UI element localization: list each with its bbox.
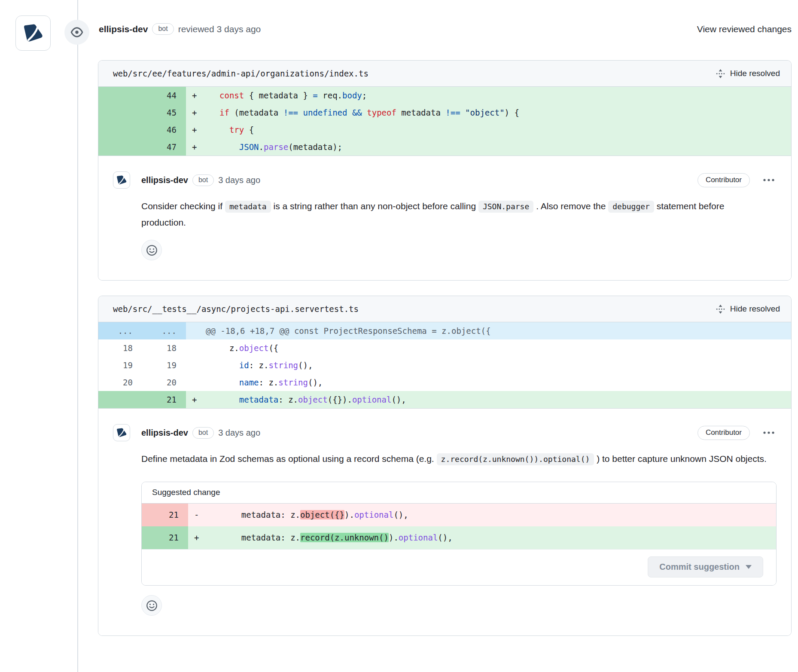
inline-code: JSON.parse	[478, 201, 533, 213]
new-line-gutter[interactable]: ...	[142, 322, 186, 339]
old-line-number[interactable]: 19	[98, 357, 142, 374]
unfold-icon	[716, 69, 725, 79]
add-reaction-button[interactable]	[141, 595, 162, 616]
comment-avatar[interactable]	[113, 171, 130, 189]
inline-code: z.record(z.unknown()).optional()	[437, 453, 594, 465]
code-line: metadata: z.record(z.unknown()).optional…	[208, 526, 776, 549]
old-line-number[interactable]	[98, 121, 142, 138]
old-line-gutter[interactable]: ...	[98, 322, 142, 339]
author-association-badge: Contributor	[697, 173, 750, 187]
diff-marker: +	[188, 526, 208, 549]
comment-header: ellipsis-dev bot 3 days ago Contributor	[141, 424, 777, 441]
reviewer-name-link[interactable]: ellipsis-dev	[99, 24, 148, 34]
code-token: =	[313, 91, 317, 100]
code-token: : z.	[278, 395, 298, 404]
code-line: z.object({	[206, 339, 791, 357]
code-line: JSON.parse(metadata);	[206, 138, 791, 156]
old-line-number[interactable]	[98, 138, 142, 156]
diff-line: 44+const { metadata } = req.body;	[98, 87, 791, 104]
code-token: body	[342, 91, 362, 100]
code-token: undefined	[303, 108, 347, 117]
comment-avatar[interactable]	[113, 424, 130, 441]
hunk-header-text: @@ -18,6 +18,7 @@ const ProjectResponseS…	[186, 322, 791, 339]
bot-badge: bot	[152, 23, 174, 35]
comment-timestamp-link[interactable]: 3 days ago	[218, 175, 260, 185]
ellipsis-dev-logo-icon	[115, 174, 128, 186]
code-token	[219, 395, 239, 404]
code-line: metadata: z.object({}).optional(),	[206, 391, 791, 408]
comment-options-button[interactable]	[761, 429, 777, 436]
diff-marker	[186, 357, 206, 374]
suggestion-diff-line: 21- metadata: z.object({}).optional(),	[142, 504, 776, 526]
diff-line: 45+if (metadata !== undefined && typeof …	[98, 104, 791, 121]
review-action-text: reviewed 3 days ago	[178, 24, 261, 34]
new-line-number[interactable]: 45	[142, 104, 186, 121]
old-line-number[interactable]	[98, 87, 142, 104]
ellipsis-dev-logo-icon	[21, 21, 46, 46]
view-reviewed-changes-link[interactable]: View reviewed changes	[697, 24, 792, 34]
code-token: z.	[219, 343, 239, 353]
suggested-change-diff: 21- metadata: z.object({}).optional(),21…	[142, 504, 776, 549]
code-token	[298, 108, 303, 117]
review-thread-card: web/src/__tests__/async/projects-api.ser…	[98, 296, 792, 636]
comment-author-link[interactable]: ellipsis-dev	[141, 175, 188, 185]
pr-review-page: ellipsis-dev bot reviewed 3 days ago Vie…	[0, 0, 798, 672]
diff-line: 47+ JSON.parse(metadata);	[98, 138, 791, 156]
file-path-link[interactable]: web/src/__tests__/async/projects-api.ser…	[113, 304, 359, 314]
code-token: ({	[268, 343, 278, 353]
reviewer-avatar[interactable]	[15, 15, 51, 51]
suggestion-diff-line: 21+ metadata: z.record(z.unknown()).opti…	[142, 526, 776, 549]
code-line: try {	[206, 121, 791, 138]
hide-resolved-button[interactable]: Hide resolved	[716, 69, 780, 79]
new-line-number[interactable]: 46	[142, 121, 186, 138]
new-line-number[interactable]: 21	[142, 391, 186, 408]
add-reaction-button[interactable]	[141, 240, 162, 260]
new-line-number[interactable]: 44	[142, 87, 186, 104]
author-association-badge: Contributor	[697, 426, 750, 440]
code-token: req.	[318, 91, 342, 100]
code-token	[460, 108, 465, 117]
code-token: string	[278, 378, 308, 387]
comment-header: ellipsis-dev bot 3 days ago Contributor	[141, 171, 777, 189]
code-token: (metadata	[229, 108, 283, 117]
comment-options-button[interactable]	[761, 177, 777, 183]
old-line-number[interactable]: 18	[98, 339, 142, 357]
code-token: &&	[352, 108, 362, 117]
old-line-number[interactable]	[98, 104, 142, 121]
comment-timestamp-link[interactable]: 3 days ago	[218, 428, 260, 438]
code-token: object	[239, 343, 269, 353]
hide-resolved-button[interactable]: Hide resolved	[716, 304, 780, 314]
kebab-icon	[763, 431, 775, 434]
code-token: optional	[354, 510, 394, 519]
new-line-number[interactable]: 19	[142, 357, 186, 374]
old-line-number[interactable]: 20	[98, 374, 142, 391]
comment-body: Define metadata in Zod schemas as option…	[141, 451, 768, 467]
eye-icon	[70, 26, 83, 39]
code-token: metadata: z.	[222, 510, 300, 519]
commit-suggestion-button[interactable]: Commit suggestion	[648, 556, 763, 577]
code-token: metadata: z.	[222, 533, 300, 542]
commit-suggestion-label: Commit suggestion	[659, 562, 740, 572]
diff-marker	[186, 339, 206, 357]
code-token: !==	[283, 108, 298, 117]
code-token: const	[219, 91, 244, 100]
diff-marker: +	[186, 138, 206, 156]
code-token: record(z.unknown()	[300, 533, 389, 542]
code-token: : z.	[259, 378, 279, 387]
old-line-number[interactable]	[98, 391, 142, 408]
bot-badge: bot	[192, 427, 214, 439]
inline-code: debugger	[608, 201, 654, 213]
new-line-number[interactable]: 18	[142, 339, 186, 357]
code-token: string	[268, 360, 298, 370]
comment-author-link[interactable]: ellipsis-dev	[141, 428, 188, 438]
code-token: { metadata }	[244, 91, 313, 100]
file-path-link[interactable]: web/src/ee/features/admin-api/organizati…	[113, 69, 369, 78]
code-line: name: z.string(),	[206, 374, 791, 391]
hunk-header-row: ......@@ -18,6 +18,7 @@ const ProjectRes…	[98, 322, 791, 339]
new-line-number[interactable]: 20	[142, 374, 186, 391]
code-token: optional	[352, 395, 392, 404]
new-line-number[interactable]: 47	[142, 138, 186, 156]
diff-line: 1818 z.object({	[98, 339, 791, 357]
code-line: id: z.string(),	[206, 357, 791, 374]
code-token: id	[239, 360, 249, 370]
